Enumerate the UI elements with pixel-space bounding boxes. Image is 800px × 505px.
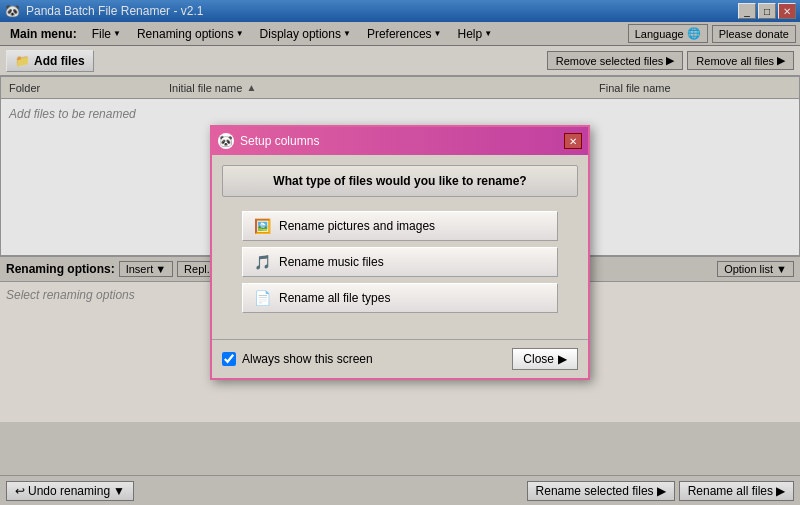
always-show-checkbox[interactable] <box>222 352 236 366</box>
rename-pictures-button[interactable]: 🖼️ Rename pictures and images <box>242 211 558 241</box>
dialog-footer: Always show this screen Close ▶ <box>212 339 588 378</box>
dialog-close-x-button[interactable]: ✕ <box>564 133 582 149</box>
dialog-content: What type of files would you like to ren… <box>212 155 588 339</box>
file-icon: 📄 <box>253 289 271 307</box>
dialog-titlebar: 🐼 Setup columns ✕ <box>212 127 588 155</box>
pictures-icon: 🖼️ <box>253 217 271 235</box>
dialog-close-button[interactable]: Close ▶ <box>512 348 578 370</box>
rename-music-button[interactable]: 🎵 Rename music files <box>242 247 558 277</box>
close-icon: ▶ <box>558 352 567 366</box>
dialog-question: What type of files would you like to ren… <box>222 165 578 197</box>
modal-overlay: 🐼 Setup columns ✕ What type of files wou… <box>0 0 800 505</box>
dialog-app-icon: 🐼 <box>218 133 234 149</box>
always-show-label[interactable]: Always show this screen <box>222 352 373 366</box>
dialog-options: 🖼️ Rename pictures and images 🎵 Rename m… <box>222 211 578 313</box>
music-icon: 🎵 <box>253 253 271 271</box>
dialog-title: Setup columns <box>240 134 319 148</box>
setup-columns-dialog: 🐼 Setup columns ✕ What type of files wou… <box>210 125 590 380</box>
rename-all-types-button[interactable]: 📄 Rename all file types <box>242 283 558 313</box>
